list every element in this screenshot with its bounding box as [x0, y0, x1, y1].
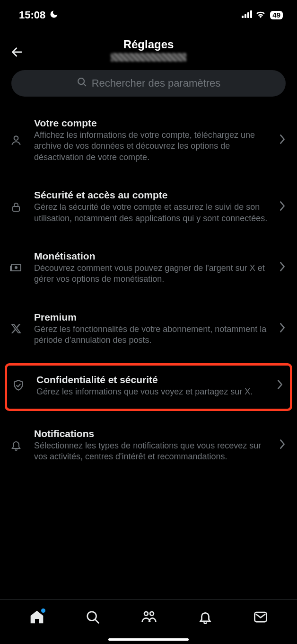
tab-bar — [0, 599, 297, 644]
settings-item-account[interactable]: Votre compte Affichez les informations d… — [0, 104, 297, 176]
bell-icon — [8, 439, 25, 451]
chevron-right-icon — [279, 322, 286, 335]
settings-item-text: Sécurité et accès au compte Gérez la séc… — [34, 189, 270, 224]
svg-rect-8 — [13, 206, 19, 211]
search-container: Rechercher des paramètres — [0, 67, 297, 104]
settings-item-title: Confidentialité et sécurité — [36, 374, 267, 385]
settings-item-text: Monétisation Découvrez comment vous pouv… — [34, 250, 270, 285]
svg-point-16 — [150, 611, 154, 615]
search-placeholder: Rechercher des paramètres — [92, 77, 221, 89]
moon-icon — [49, 9, 59, 21]
settings-item-monetization[interactable]: Monétisation Découvrez comment vous pouv… — [0, 237, 297, 298]
signal-icon — [242, 10, 253, 20]
svg-point-7 — [14, 136, 18, 140]
tab-communities[interactable] — [141, 610, 157, 624]
settings-item-desc: Sélectionnez les types de notifications … — [34, 440, 270, 463]
settings-item-text: Premium Gérez les fonctionnalités de vot… — [34, 312, 270, 346]
back-button[interactable] — [10, 45, 24, 61]
svg-line-6 — [83, 83, 86, 86]
svg-rect-2 — [247, 12, 249, 18]
status-bar: 15:08 49 — [0, 0, 297, 26]
settings-item-title: Votre compte — [34, 117, 270, 129]
notification-dot — [41, 608, 45, 613]
tab-home[interactable] — [29, 609, 44, 625]
settings-item-text: Notifications Sélectionnez les types de … — [34, 428, 270, 463]
svg-line-14 — [95, 619, 99, 623]
settings-item-text: Votre compte Affichez les informations d… — [34, 117, 270, 163]
settings-item-desc: Gérez la sécurité de votre compte et ass… — [34, 202, 270, 224]
tab-notifications[interactable] — [198, 610, 212, 624]
settings-item-desc: Gérez les fonctionnalités de votre abonn… — [34, 324, 270, 346]
settings-item-security[interactable]: Sécurité et accès au compte Gérez la séc… — [0, 176, 297, 237]
chevron-right-icon — [279, 201, 286, 213]
search-input[interactable]: Rechercher des paramètres — [11, 70, 286, 97]
settings-item-premium[interactable]: Premium Gérez les fonctionnalités de vot… — [0, 298, 297, 359]
chevron-right-icon — [279, 439, 286, 451]
header: Réglages — [0, 26, 297, 67]
x-icon — [8, 323, 25, 334]
shield-icon — [10, 379, 27, 392]
wifi-icon — [255, 10, 266, 20]
tab-search[interactable] — [86, 610, 100, 624]
person-icon — [8, 134, 25, 146]
status-right: 49 — [242, 10, 283, 20]
settings-item-desc: Affichez les informations de votre compt… — [34, 130, 270, 163]
status-left: 15:08 — [19, 9, 59, 21]
status-time: 15:08 — [19, 9, 45, 21]
settings-item-privacy[interactable]: Confidentialité et sécurité Gérez les in… — [5, 363, 292, 411]
settings-item-desc: Gérez les informations que vous voyez et… — [36, 386, 267, 397]
svg-rect-1 — [245, 14, 246, 18]
lock-icon — [8, 201, 25, 213]
chevron-right-icon — [277, 379, 283, 392]
settings-list[interactable]: Votre compte Affichez les informations d… — [0, 104, 297, 635]
page-title: Réglages — [123, 38, 174, 51]
settings-item-title: Sécurité et accès au compte — [34, 189, 270, 201]
svg-rect-3 — [250, 10, 252, 18]
settings-item-notifications[interactable]: Notifications Sélectionnez les types de … — [0, 415, 297, 476]
battery-level: 49 — [270, 11, 283, 19]
tab-messages[interactable] — [253, 611, 268, 623]
search-icon — [77, 77, 87, 90]
settings-item-title: Monétisation — [34, 250, 270, 262]
svg-point-15 — [144, 611, 148, 615]
settings-item-desc: Découvrez comment vous pouvez gagner de … — [34, 263, 270, 285]
home-indicator — [108, 638, 189, 641]
settings-item-title: Notifications — [34, 428, 270, 439]
chevron-right-icon — [279, 261, 286, 274]
money-icon — [8, 263, 25, 272]
settings-item-text: Confidentialité et sécurité Gérez les in… — [36, 374, 267, 397]
svg-point-10 — [15, 266, 17, 269]
subtitle-redacted — [111, 53, 186, 62]
settings-item-title: Premium — [34, 312, 270, 323]
svg-rect-0 — [242, 16, 244, 18]
chevron-right-icon — [279, 134, 286, 146]
